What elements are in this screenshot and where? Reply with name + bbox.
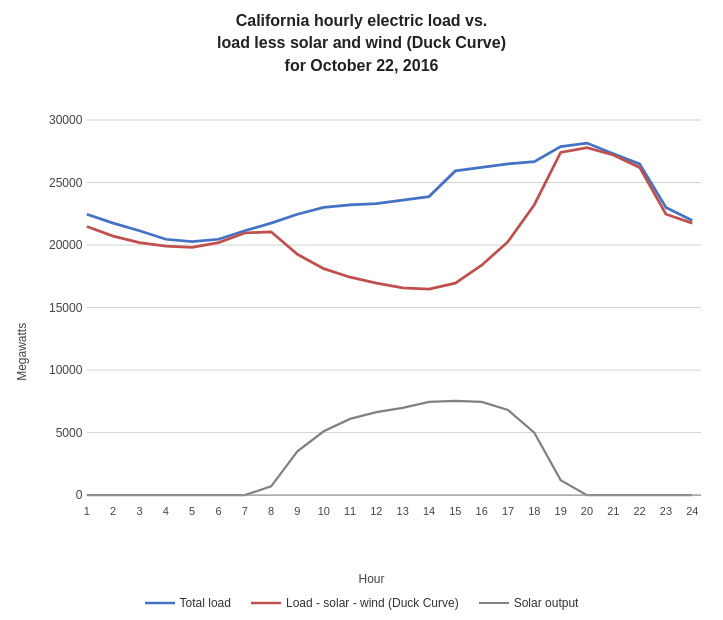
svg-text:9: 9 xyxy=(294,505,300,517)
legend-item-total-load: Total load xyxy=(145,596,231,610)
svg-text:12: 12 xyxy=(370,505,382,517)
svg-text:20000: 20000 xyxy=(48,239,82,253)
svg-text:8: 8 xyxy=(268,505,274,517)
chart-title: California hourly electric load vs. load… xyxy=(217,10,506,77)
svg-text:17: 17 xyxy=(501,505,513,517)
total-load-line xyxy=(86,143,691,242)
legend-line-total-load xyxy=(145,598,175,608)
svg-text:0: 0 xyxy=(75,489,82,503)
svg-text:14: 14 xyxy=(422,505,434,517)
svg-text:15000: 15000 xyxy=(48,301,82,315)
svg-text:18: 18 xyxy=(528,505,540,517)
svg-text:4: 4 xyxy=(162,505,168,517)
svg-text:10000: 10000 xyxy=(48,364,82,378)
svg-text:20: 20 xyxy=(580,505,592,517)
svg-text:19: 19 xyxy=(554,505,566,517)
main-chart-svg: 30000 25000 20000 15000 10000 5000 0 1 2… xyxy=(32,87,712,570)
legend-line-duck-curve xyxy=(251,598,281,608)
svg-text:3: 3 xyxy=(136,505,142,517)
svg-text:13: 13 xyxy=(396,505,408,517)
svg-text:1: 1 xyxy=(83,505,89,517)
solar-output-line xyxy=(86,401,691,495)
svg-text:5: 5 xyxy=(189,505,195,517)
chart-area: Megawatts 30000 25000 xyxy=(12,87,712,586)
svg-text:16: 16 xyxy=(475,505,487,517)
y-axis-label: Megawatts xyxy=(12,87,32,586)
x-axis-label: Hour xyxy=(32,572,712,586)
svg-text:11: 11 xyxy=(343,505,355,517)
svg-text:6: 6 xyxy=(215,505,221,517)
svg-text:22: 22 xyxy=(633,505,645,517)
svg-text:10: 10 xyxy=(317,505,329,517)
legend-label-total-load: Total load xyxy=(180,596,231,610)
svg-text:2: 2 xyxy=(110,505,116,517)
svg-text:21: 21 xyxy=(607,505,619,517)
legend-label-solar-output: Solar output xyxy=(514,596,579,610)
svg-text:25000: 25000 xyxy=(48,176,82,190)
svg-text:5000: 5000 xyxy=(55,426,82,440)
svg-text:24: 24 xyxy=(686,505,698,517)
svg-text:23: 23 xyxy=(659,505,671,517)
legend-item-duck-curve: Load - solar - wind (Duck Curve) xyxy=(251,596,459,610)
svg-text:30000: 30000 xyxy=(48,114,82,128)
chart-svg-wrap: 30000 25000 20000 15000 10000 5000 0 1 2… xyxy=(32,87,712,570)
duck-curve-line xyxy=(86,148,691,289)
svg-text:7: 7 xyxy=(241,505,247,517)
chart-container: California hourly electric load vs. load… xyxy=(12,10,712,610)
legend-line-solar-output xyxy=(479,598,509,608)
svg-text:15: 15 xyxy=(449,505,461,517)
legend-label-duck-curve: Load - solar - wind (Duck Curve) xyxy=(286,596,459,610)
chart-inner: 30000 25000 20000 15000 10000 5000 0 1 2… xyxy=(32,87,712,586)
legend-item-solar-output: Solar output xyxy=(479,596,579,610)
legend: Total load Load - solar - wind (Duck Cur… xyxy=(145,596,579,610)
